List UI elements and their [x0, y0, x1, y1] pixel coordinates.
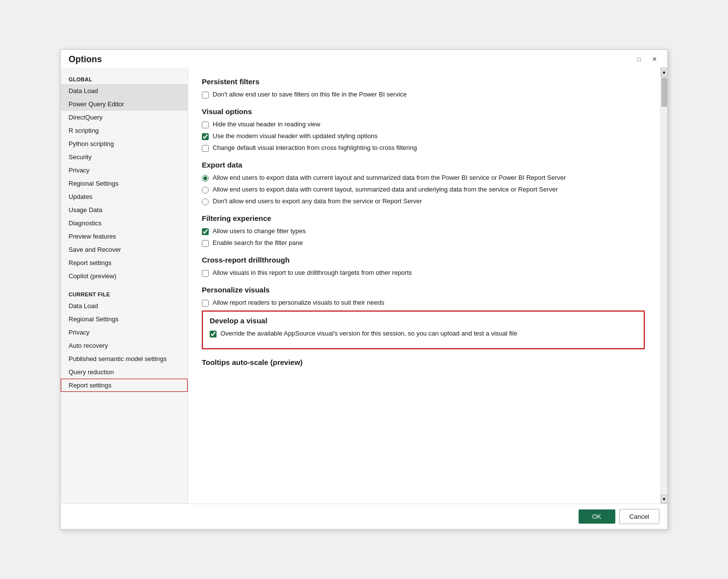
footer-bar: OK Cancel: [61, 504, 667, 529]
scroll-down-button[interactable]: ▼: [661, 495, 668, 504]
cancel-button[interactable]: Cancel: [619, 509, 659, 524]
section-title-persistent-filters: Persistent filters: [202, 77, 645, 86]
sidebar-item-regional-settings[interactable]: Regional Settings: [61, 177, 188, 190]
section-title-personalize-visuals: Personalize visuals: [202, 286, 645, 294]
window-title: Options: [69, 54, 102, 65]
option-export-1: Allow end users to export data with curr…: [202, 174, 645, 182]
scrollbar-track: ▲ ▼: [660, 68, 667, 504]
checkbox-hide-visual-header[interactable]: [202, 121, 209, 128]
label-modern-visual-header: Use the modern visual header with update…: [213, 132, 378, 140]
sidebar-item-save-recover[interactable]: Save and Recover: [61, 243, 188, 256]
main-layout: GLOBAL Data Load Power Query Editor Dire…: [61, 68, 667, 504]
label-filter-types: Allow users to change filter types: [213, 227, 306, 235]
option-develop-visual: Override the available AppSource visual'…: [210, 330, 637, 338]
sidebar-item-diagnostics[interactable]: Diagnostics: [61, 217, 188, 230]
minimize-button[interactable]: □: [632, 54, 646, 65]
sidebar-item-cf-regional-settings[interactable]: Regional Settings: [61, 313, 188, 326]
sidebar: GLOBAL Data Load Power Query Editor Dire…: [61, 68, 188, 504]
label-export-3: Don't allow end users to export any data…: [213, 197, 422, 205]
sidebar-item-cf-query-reduction[interactable]: Query reduction: [61, 365, 188, 379]
options-window: Options □ ✕ GLOBAL Data Load Power Query…: [60, 49, 668, 530]
option-cross-highlighting: Change default visual interaction from c…: [202, 144, 645, 152]
label-cross-highlighting: Change default visual interaction from c…: [213, 144, 417, 151]
radio-export-2[interactable]: [202, 187, 209, 193]
section-title-develop-visual: Develop a visual: [210, 316, 637, 325]
ok-button[interactable]: OK: [579, 509, 615, 524]
close-button[interactable]: ✕: [648, 54, 661, 65]
sidebar-item-usage-data[interactable]: Usage Data: [61, 203, 188, 217]
sidebar-item-cf-published-semantic[interactable]: Published semantic model settings: [61, 352, 188, 365]
section-title-cross-report: Cross-report drillthrough: [202, 256, 645, 264]
checkbox-personalize-visuals[interactable]: [202, 300, 209, 307]
section-title-visual-options: Visual options: [202, 107, 645, 116]
option-export-3: Don't allow end users to export any data…: [202, 197, 645, 205]
content-area: Persistent filters Don't allow end user …: [188, 68, 660, 504]
checkbox-filter-types[interactable]: [202, 228, 209, 235]
title-bar: Options □ ✕: [61, 50, 667, 68]
label-cross-report: Allow visuals in this report to use dril…: [213, 269, 412, 276]
sidebar-item-cf-auto-recovery[interactable]: Auto recovery: [61, 339, 188, 352]
label-personalize-visuals: Allow report readers to personalize visu…: [213, 299, 384, 306]
sidebar-item-privacy[interactable]: Privacy: [61, 164, 188, 177]
option-personalize-visuals: Allow report readers to personalize visu…: [202, 299, 645, 307]
global-section-label: GLOBAL: [61, 72, 188, 84]
sidebar-item-python-scripting[interactable]: Python scripting: [61, 137, 188, 150]
label-persistent-filters: Don't allow end user to save filters on …: [213, 91, 407, 98]
checkbox-persistent-filters[interactable]: [202, 92, 209, 98]
sidebar-item-direct-query[interactable]: DirectQuery: [61, 111, 188, 124]
option-cross-report: Allow visuals in this report to use dril…: [202, 269, 645, 277]
section-title-filtering-experience: Filtering experience: [202, 214, 645, 222]
checkbox-filter-search[interactable]: [202, 240, 209, 247]
radio-export-1[interactable]: [202, 175, 209, 182]
sidebar-item-security[interactable]: Security: [61, 150, 188, 164]
sidebar-item-cf-privacy[interactable]: Privacy: [61, 326, 188, 339]
sidebar-item-updates[interactable]: Updates: [61, 190, 188, 203]
checkbox-develop-visual[interactable]: [210, 331, 217, 338]
option-export-2: Allow end users to export data with curr…: [202, 186, 645, 193]
sidebar-item-cf-data-load[interactable]: Data Load: [61, 299, 188, 313]
sidebar-item-preview-features[interactable]: Preview features: [61, 230, 188, 243]
option-filter-search: Enable search for the filter pane: [202, 239, 645, 247]
option-hide-visual-header: Hide the visual header in reading view: [202, 121, 645, 128]
section-title-tooltips: Tooltips auto-scale (preview): [202, 358, 645, 366]
current-file-section-label: CURRENT FILE: [61, 287, 188, 299]
checkbox-modern-visual-header[interactable]: [202, 133, 209, 140]
sidebar-item-cf-report-settings[interactable]: Report settings: [61, 379, 188, 392]
radio-export-3[interactable]: [202, 198, 209, 205]
label-hide-visual-header: Hide the visual header in reading view: [213, 121, 320, 128]
sidebar-item-data-load[interactable]: Data Load: [61, 84, 188, 97]
sidebar-item-copilot-preview[interactable]: Copilot (preview): [61, 269, 188, 283]
window-controls: □ ✕: [632, 54, 661, 65]
sidebar-item-report-settings-global[interactable]: Report settings: [61, 256, 188, 269]
option-filter-types: Allow users to change filter types: [202, 227, 645, 235]
checkbox-cross-highlighting[interactable]: [202, 145, 209, 152]
label-export-2: Allow end users to export data with curr…: [213, 186, 558, 193]
checkbox-cross-report[interactable]: [202, 270, 209, 277]
sidebar-item-power-query-editor[interactable]: Power Query Editor: [61, 97, 188, 111]
label-filter-search: Enable search for the filter pane: [213, 239, 303, 246]
option-persistent-filters-1: Don't allow end user to save filters on …: [202, 91, 645, 98]
sidebar-item-r-scripting[interactable]: R scripting: [61, 124, 188, 137]
content-scroll-wrapper: Persistent filters Don't allow end user …: [188, 68, 667, 504]
develop-visual-box: Develop a visual Override the available …: [202, 311, 645, 349]
scrollbar-thumb[interactable]: [661, 77, 667, 107]
label-export-1: Allow end users to export data with curr…: [213, 174, 566, 181]
option-modern-visual-header: Use the modern visual header with update…: [202, 132, 645, 140]
scroll-up-button[interactable]: ▲: [661, 68, 668, 76]
section-title-export-data: Export data: [202, 161, 645, 169]
label-develop-visual: Override the available AppSource visual'…: [220, 330, 517, 337]
